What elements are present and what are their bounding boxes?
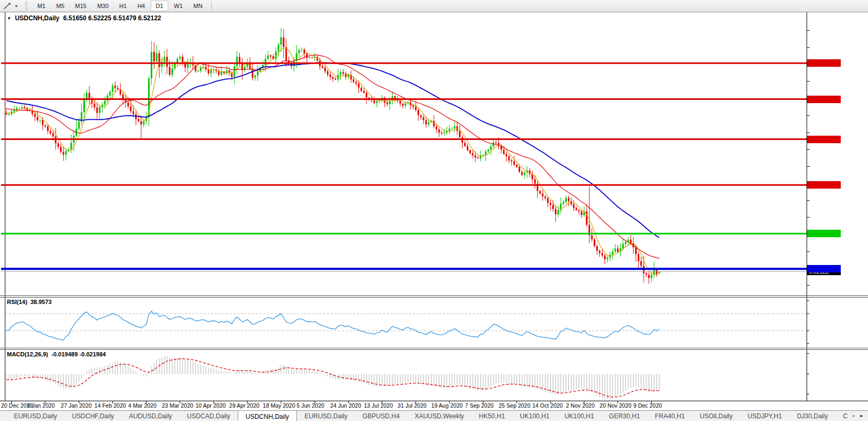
tab-scroll-right-icon[interactable]: ► [859,414,864,418]
tab-usoil-daily[interactable]: USOil,Daily [692,411,740,421]
timeframe-buttons: M1M5M15M30H1H4D1W1MN [32,0,208,12]
timeframe-button-d1[interactable]: D1 [151,1,168,11]
tab-usdcad-daily[interactable]: USDCAD,Daily [179,411,238,421]
tool-dropdown-caret-icon[interactable]: ▼ [13,3,20,9]
tab-uk100-h1[interactable]: UK100,H1 [557,411,601,421]
timeframe-button-m30[interactable]: M30 [92,1,113,11]
tab-usdcnh-daily[interactable]: USDCNH,Daily [238,411,297,421]
tab-china300-h1[interactable]: CHINA300,H1 [835,411,848,421]
tab-eurusd-daily[interactable]: EURUSD,Daily [297,411,355,421]
tab-uk100-h1[interactable]: UK100,H1 [512,411,557,421]
tab-scroll-arrows: ◄ ► [848,411,868,421]
tab-scroll-left-icon[interactable]: ◄ [851,414,855,418]
tab-hk50-h1[interactable]: HK50,H1 [472,411,513,421]
timeframe-button-w1[interactable]: W1 [169,1,188,11]
timeframe-button-m15[interactable]: M15 [71,1,91,11]
crosshair-tool-icon[interactable] [2,2,13,10]
chart-canvas[interactable] [0,0,868,410]
toolbar-drag-handle[interactable] [25,2,28,10]
timeframe-button-h1[interactable]: H1 [114,1,131,11]
timeframe-button-h4[interactable]: H4 [132,1,150,11]
tab-audusd-daily[interactable]: AUDUSD,Daily [121,411,179,421]
toolbar: ▼ M1M5M15M30H1H4D1W1MN [0,0,868,12]
chart-tabs: EURUSD,DailyUSDCHF,DailyAUDUSD,DailyUSDC… [6,411,848,421]
tab-eurusd-daily[interactable]: EURUSD,Daily [6,411,65,421]
timeframe-button-m1[interactable]: M1 [33,1,50,11]
tab-xauusd-weekly[interactable]: XAUUSD,Weekly [407,411,471,421]
tab-usdchf-daily[interactable]: USDCHF,Daily [65,411,122,421]
tab-usdjpy-h1[interactable]: USDJPY,H1 [740,411,789,421]
tab-gbpusd-h4[interactable]: GBPUSD,H4 [355,411,407,421]
timeframe-button-m5[interactable]: M5 [51,1,69,11]
toolbar-separator [211,2,212,10]
tab-ger30-h1[interactable]: GER30,H1 [601,411,647,421]
tab-fra40-h1[interactable]: FRA40,H1 [647,411,692,421]
chart-tab-bar: EURUSD,DailyUSDCHF,DailyAUDUSD,DailyUSDC… [0,410,868,421]
tab-dj30-daily[interactable]: DJ30,Daily [789,411,835,421]
timeframe-button-mn[interactable]: MN [189,1,207,11]
